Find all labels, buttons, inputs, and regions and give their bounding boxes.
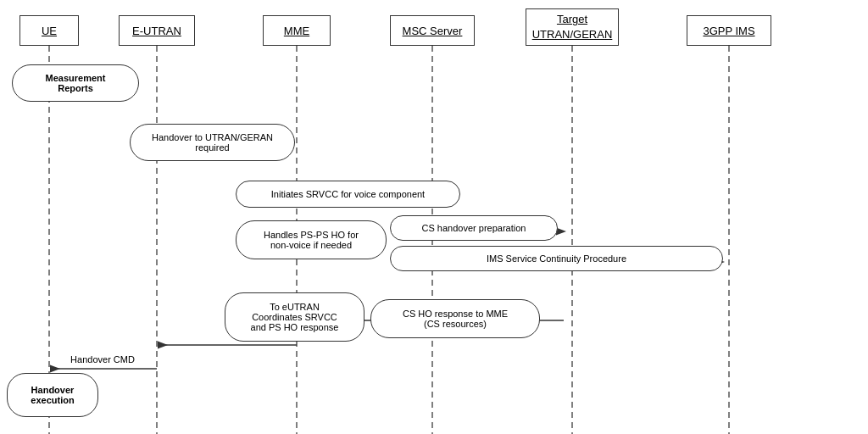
ims-service-text: IMS Service Continuity Procedure	[487, 253, 626, 264]
entity-target-label: TargetUTRAN/GERAN	[532, 12, 613, 42]
handover-execution: Handoverexecution	[7, 373, 98, 417]
cs-handover-prep-text: CS handover preparation	[422, 223, 526, 233]
handles-psps: Handles PS-PS HO fornon-voice if needed	[236, 220, 387, 259]
entity-msc-label: MSC Server	[403, 25, 463, 37]
sequence-diagram: UE E-UTRAN MME MSC Server TargetUTRAN/GE…	[0, 0, 868, 434]
coordinates-srvcc: To eUTRANCoordinates SRVCCand PS HO resp…	[225, 292, 364, 342]
initiates-srvcc: Initiates SRVCC for voice component	[236, 181, 460, 208]
initiates-srvcc-text: Initiates SRVCC for voice component	[271, 189, 425, 199]
entity-msc: MSC Server	[390, 15, 475, 46]
entity-target: TargetUTRAN/GERAN	[526, 8, 619, 46]
entity-ims: 3GPP IMS	[687, 15, 771, 46]
handover-execution-text: Handoverexecution	[31, 385, 74, 405]
cs-ho-response: CS HO response to MME(CS resources)	[370, 299, 540, 338]
handover-cmd-label: Handover CMD	[53, 354, 153, 364]
handover-required-text: Handover to UTRAN/GERANrequired	[152, 132, 273, 153]
handles-psps-text: Handles PS-PS HO fornon-voice if needed	[264, 230, 359, 250]
entity-mme: MME	[263, 15, 331, 46]
entity-ims-label: 3GPP IMS	[703, 25, 754, 37]
entity-ue: UE	[19, 15, 79, 46]
entity-eutran-label: E-UTRAN	[132, 25, 181, 37]
ims-service: IMS Service Continuity Procedure	[390, 246, 723, 271]
handover-required: Handover to UTRAN/GERANrequired	[130, 124, 295, 161]
cs-ho-response-text: CS HO response to MME(CS resources)	[403, 309, 508, 329]
entity-mme-label: MME	[284, 25, 309, 37]
entity-ue-label: UE	[42, 25, 57, 37]
entity-eutran: E-UTRAN	[119, 15, 195, 46]
cs-handover-prep: CS handover preparation	[390, 215, 558, 241]
measurement-reports-text: MeasurementReports	[46, 73, 106, 93]
coordinates-srvcc-text: To eUTRANCoordinates SRVCCand PS HO resp…	[251, 302, 339, 332]
measurement-reports: MeasurementReports	[12, 64, 139, 102]
handover-cmd-text: Handover CMD	[70, 354, 135, 364]
